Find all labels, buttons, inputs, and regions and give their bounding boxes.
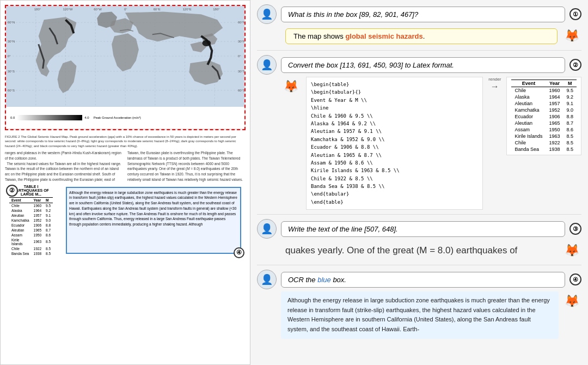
- render-table-row: Kirile Islands19638.5: [511, 133, 577, 139]
- render-table-cell: 8.5: [563, 146, 577, 153]
- world-map-svg: 60°N 30°N 0° 30°S 60°S 180° 120°W 60°W 0…: [6, 6, 244, 107]
- render-table-row: Banda Sea19388.5: [511, 146, 577, 153]
- render-table-cell: Kirile Islands: [511, 133, 546, 139]
- render-table-cell: 8.5: [563, 133, 577, 139]
- qa-block-4: 👤 OCR the blue box. ④ Although the energ…: [257, 270, 581, 338]
- render-col-m: M: [563, 80, 577, 87]
- table-cell: Ecuador: [9, 223, 32, 228]
- render-table-cell: 9.5: [563, 87, 577, 94]
- divider-1: [257, 50, 581, 51]
- render-table-cell: 1964: [546, 94, 563, 100]
- table-cell: 1922: [32, 246, 44, 251]
- latex-line: Event & Year & M \\: [311, 96, 478, 104]
- question-text-4-blue: blue: [317, 276, 331, 284]
- fox-avatar-2: 🦊: [281, 77, 301, 96]
- render-table-cell: 1922: [546, 139, 563, 146]
- render-table-cell: 8.8: [563, 113, 577, 120]
- table-cell: 9.0: [44, 218, 53, 223]
- render-table-cell: Ecuador: [511, 113, 546, 120]
- latex-line: \begin{tabular}{}: [311, 88, 478, 96]
- blue-box-section: ④ Although the energy release in large s…: [66, 187, 241, 254]
- blue-box-text: Although the energy release in large sub…: [69, 191, 237, 227]
- table-row: Chile19228.5: [9, 246, 53, 251]
- svg-text:180°: 180°: [213, 8, 220, 11]
- latex-line: Aleutian & 1957 & 9.1 \\: [311, 127, 478, 135]
- latex-line: Alaska & 1964 & 9.2 \\: [311, 120, 478, 127]
- question-text-4-prefix: OCR the: [288, 276, 317, 284]
- render-table-row: Alaska19649.2: [511, 94, 577, 100]
- question-bubble-2: Convert the box [113, 691, 450, 903] to …: [281, 57, 565, 73]
- table-cell: Chile: [9, 246, 32, 251]
- latex-line: Assam & 1950 & 8.6 \\: [311, 159, 478, 167]
- map-section: Global Seismic Hazards 831 ①: [5, 5, 246, 130]
- table-cell: 1906: [32, 223, 44, 228]
- table-row: Chile19609.5: [9, 203, 53, 208]
- svg-text:0°: 0°: [8, 54, 11, 58]
- render-table-cell: 1906: [546, 113, 563, 120]
- table-row: Kirile Islands19638.5: [9, 238, 53, 246]
- render-table-cell: 1950: [546, 126, 563, 133]
- table-cell: 9.1: [44, 213, 53, 218]
- table-row: Alaska19649.2: [9, 208, 53, 213]
- table-cell: 1963: [32, 238, 44, 246]
- bottom-layout: ② TABLE I Earthquakes of Large M... Even…: [5, 185, 246, 256]
- render-table-cell: 1963: [546, 133, 563, 139]
- question-text-4-suffix: box.: [331, 276, 346, 284]
- answer-suffix-1: .: [423, 32, 425, 40]
- legend-value-0: 0.0: [10, 116, 15, 119]
- svg-text:30°N: 30°N: [238, 40, 244, 43]
- svg-point-30: [202, 40, 211, 46]
- body-text-columns: ranges and plateaus in the western (Pami…: [5, 150, 246, 182]
- render-table-cell: 9.0: [563, 107, 577, 113]
- latex-line: Kamchatka & 1952 & 9.0 \\: [311, 136, 478, 143]
- question-row-2: 👤 Convert the box [113, 691, 450, 903] t…: [257, 55, 581, 75]
- render-table-cell: 8.7: [563, 120, 577, 126]
- table-cell: Aleutian: [9, 228, 32, 233]
- svg-text:30°S: 30°S: [238, 70, 244, 73]
- latex-line: \end{table}: [311, 198, 478, 206]
- legend-gradient-bar: [17, 115, 82, 120]
- render-table-row: Chile19609.5: [511, 87, 577, 94]
- render-label: render: [488, 77, 501, 82]
- latex-answer-row: 🦊 \begin{table}\begin{tabular}{}Event & …: [281, 77, 581, 210]
- table-cell: Chile: [9, 203, 32, 208]
- table-cell: 8.8: [44, 223, 53, 228]
- question-row-4: 👤 OCR the blue box. ④: [257, 270, 581, 289]
- svg-text:0°: 0°: [124, 8, 127, 11]
- question-bubble-1: What is this in the box [89, 82, 901, 46…: [281, 7, 565, 22]
- render-col-year: Year: [546, 80, 563, 87]
- table-cell: 8.6: [44, 233, 53, 238]
- write-answer-text: quakes yearly. One of the great (M = 8.0…: [285, 244, 558, 257]
- svg-text:60°S: 60°S: [8, 89, 15, 92]
- svg-text:30°N: 30°N: [8, 40, 15, 43]
- render-table-cell: Chile: [511, 139, 546, 146]
- question-text-3: Write the text of the line [507, 648].: [288, 225, 398, 233]
- ocr-text-box: Although the energy release in large sub…: [281, 291, 559, 338]
- render-table-cell: Aleutian: [511, 100, 546, 107]
- divider-3: [257, 265, 581, 265]
- qa-block-3: 👤 Write the text of the line [507, 648].…: [257, 219, 581, 260]
- legend-value-max: 4.0: [84, 116, 89, 119]
- latex-line: Chile & 1922 & 8.5 \\: [311, 175, 478, 182]
- latex-line: Kirile Islands & 1963 & 8.5 \\: [311, 167, 478, 174]
- render-table-cell: Chile: [511, 87, 546, 94]
- table-row: Kamchatka19529.0: [9, 218, 53, 223]
- badge-1-right: ①: [569, 8, 581, 20]
- svg-text:180°: 180°: [34, 8, 41, 11]
- render-table-row: Aleutian19579.1: [511, 100, 577, 107]
- qa-block-2: 👤 Convert the box [113, 691, 450, 903] t…: [257, 55, 581, 210]
- right-panel: 👤 What is this in the box [89, 82, 901, …: [250, 0, 588, 365]
- render-table-box: Event Year M Chile19609.5Alaska19649.2Al…: [506, 77, 581, 155]
- render-table-cell: 9.1: [563, 100, 577, 107]
- question-text-1: What is this in the box [89, 82, 901, 46…: [288, 10, 418, 19]
- answer-prefix-1: The map shows: [293, 32, 345, 40]
- fox-avatar-3: 🦊: [562, 241, 581, 260]
- latex-line: Aleutian & 1965 & 8.7 \\: [311, 151, 478, 159]
- question-text-2: Convert the box [113, 691, 450, 903] to …: [288, 61, 454, 69]
- answer-row-1: The map shows global seismic hazards. 🦊: [257, 26, 581, 46]
- svg-text:60°N: 60°N: [8, 21, 15, 24]
- svg-text:120°W: 120°W: [63, 8, 73, 11]
- svg-text:60°N: 60°N: [238, 21, 244, 24]
- table-cell: 8.7: [44, 228, 53, 233]
- badge-2-table: ②: [6, 185, 18, 197]
